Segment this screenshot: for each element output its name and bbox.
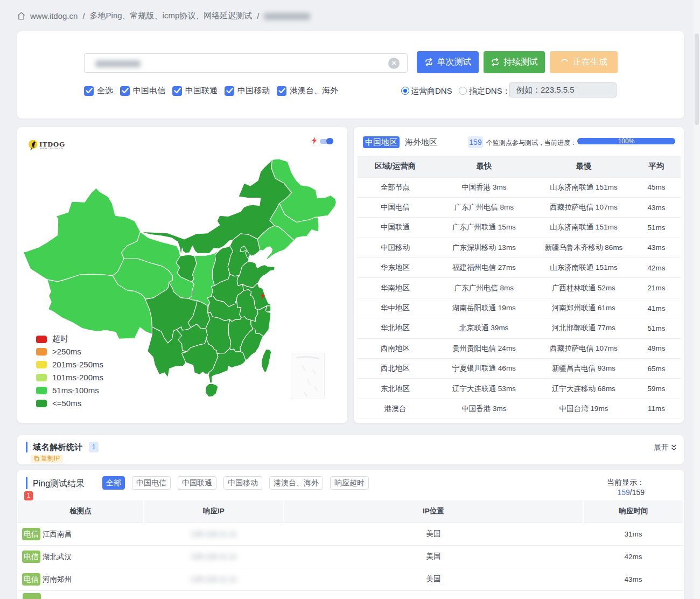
svg-text:1: 1 (428, 60, 430, 65)
svg-text:WWW.ITDOG.CN: WWW.ITDOG.CN (40, 147, 63, 150)
